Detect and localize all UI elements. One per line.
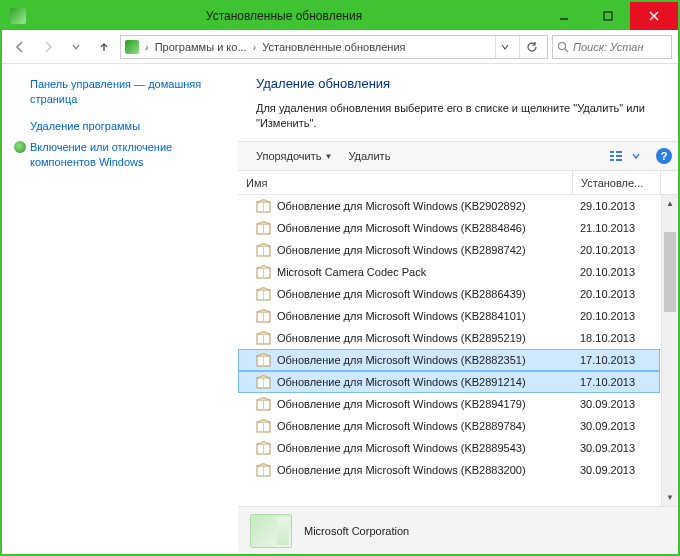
update-name: Обновление для Microsoft Windows (KB2898… <box>277 244 572 256</box>
sidebar: Панель управления — домашняя страница Уд… <box>2 64 238 554</box>
update-name: Обновление для Microsoft Windows (KB2884… <box>277 222 572 234</box>
address-icon <box>125 40 139 54</box>
update-name: Обновление для Microsoft Windows (KB2889… <box>277 420 572 432</box>
scroll-track[interactable] <box>662 212 678 489</box>
update-date: 20.10.2013 <box>572 244 660 256</box>
details-pane: Microsoft Corporation <box>238 506 678 554</box>
window: Установленные обновления › Программы и к… <box>0 0 680 556</box>
package-icon <box>256 353 271 368</box>
search-icon <box>557 41 569 53</box>
svg-rect-9 <box>616 151 622 153</box>
breadcrumb-segment[interactable]: Установленные обновления <box>262 41 405 53</box>
search-box[interactable] <box>552 35 672 59</box>
titlebar: Установленные обновления <box>2 2 678 30</box>
chevron-right-icon: › <box>253 41 257 53</box>
update-name: Обновление для Microsoft Windows (KB2884… <box>277 310 572 322</box>
scrollbar[interactable]: ▲ ▼ <box>661 195 678 506</box>
update-date: 20.10.2013 <box>572 266 660 278</box>
scroll-down-button[interactable]: ▼ <box>662 489 678 506</box>
update-name: Обновление для Microsoft Windows (KB2886… <box>277 288 572 300</box>
update-name: Обновление для Microsoft Windows (KB2894… <box>277 398 572 410</box>
update-date: 18.10.2013 <box>572 332 660 344</box>
column-scroll-spacer <box>660 171 678 194</box>
content-header: Удаление обновления Для удаления обновле… <box>238 64 678 141</box>
sidebar-link-label: Удаление программы <box>30 120 140 132</box>
update-date: 21.10.2013 <box>572 222 660 234</box>
list-item[interactable]: Обновление для Microsoft Windows (KB2889… <box>238 415 660 437</box>
update-date: 30.09.2013 <box>572 420 660 432</box>
update-date: 30.09.2013 <box>572 442 660 454</box>
update-date: 30.09.2013 <box>572 398 660 410</box>
page-description: Для удаления обновления выберите его в с… <box>256 101 662 131</box>
update-date: 20.10.2013 <box>572 288 660 300</box>
list-item[interactable]: Обновление для Microsoft Windows (KB2884… <box>238 305 660 327</box>
package-icon <box>256 375 271 390</box>
package-icon <box>256 441 271 456</box>
nav-back-button[interactable] <box>8 35 32 59</box>
uninstall-button[interactable]: Удалить <box>342 147 396 165</box>
update-date: 17.10.2013 <box>572 354 660 366</box>
scroll-up-button[interactable]: ▲ <box>662 195 678 212</box>
package-icon <box>256 243 271 258</box>
package-icon <box>256 199 271 214</box>
page-title: Удаление обновления <box>256 76 662 91</box>
package-icon <box>256 265 271 280</box>
update-name: Обновление для Microsoft Windows (KB2889… <box>277 442 572 454</box>
view-options-button[interactable] <box>608 148 624 164</box>
shield-icon <box>14 141 26 153</box>
refresh-button[interactable] <box>519 36 543 58</box>
update-name: Обновление для Microsoft Windows (KB2891… <box>277 376 572 388</box>
window-title: Установленные обновления <box>26 9 542 23</box>
search-input[interactable] <box>573 41 667 53</box>
list-item[interactable]: Обновление для Microsoft Windows (KB2902… <box>238 195 660 217</box>
list-item[interactable]: Обновление для Microsoft Windows (KB2894… <box>238 393 660 415</box>
chevron-right-icon: › <box>145 41 149 53</box>
svg-point-4 <box>559 42 566 49</box>
main-pane: Удаление обновления Для удаления обновле… <box>238 64 678 554</box>
sidebar-link-label: Панель управления — домашняя страница <box>30 78 201 105</box>
svg-rect-1 <box>604 12 612 20</box>
package-icon <box>256 287 271 302</box>
list-item[interactable]: Обновление для Microsoft Windows (KB2886… <box>238 283 660 305</box>
list-item[interactable]: Обновление для Microsoft Windows (KB2891… <box>238 371 660 393</box>
sidebar-link-control-panel-home[interactable]: Панель управления — домашняя страница <box>10 74 228 110</box>
maximize-button[interactable] <box>586 2 630 30</box>
list-item[interactable]: Обновление для Microsoft Windows (KB2882… <box>238 349 660 371</box>
svg-rect-10 <box>616 155 622 157</box>
package-icon <box>256 309 271 324</box>
update-date: 17.10.2013 <box>572 376 660 388</box>
list-item[interactable]: Обновление для Microsoft Windows (KB2889… <box>238 437 660 459</box>
sidebar-link-windows-features[interactable]: Включение или отключение компонентов Win… <box>10 137 228 173</box>
scroll-thumb[interactable] <box>664 232 676 312</box>
update-name: Обновление для Microsoft Windows (KB2883… <box>277 464 572 476</box>
nav-up-button[interactable] <box>92 35 116 59</box>
rows-viewport: Обновление для Microsoft Windows (KB2902… <box>238 195 678 506</box>
list-item[interactable]: Обновление для Microsoft Windows (KB2895… <box>238 327 660 349</box>
body: Панель управления — домашняя страница Уд… <box>2 64 678 554</box>
list-item[interactable]: Microsoft Camera Codec Pack20.10.2013 <box>238 261 660 283</box>
svg-line-5 <box>565 49 568 52</box>
organize-button[interactable]: Упорядочить ▼ <box>250 147 338 165</box>
list-item[interactable]: Обновление для Microsoft Windows (KB2883… <box>238 459 660 481</box>
update-date: 20.10.2013 <box>572 310 660 322</box>
sidebar-link-uninstall-program[interactable]: Удаление программы <box>10 116 228 137</box>
column-name[interactable]: Имя <box>238 171 572 194</box>
list-item[interactable]: Обновление для Microsoft Windows (KB2884… <box>238 217 660 239</box>
address-bar[interactable]: › Программы и ко... › Установленные обно… <box>120 35 548 59</box>
update-name: Обновление для Microsoft Windows (KB2902… <box>277 200 572 212</box>
toolbar: Упорядочить ▼ Удалить ? <box>238 141 678 171</box>
column-installed-on[interactable]: Установле... <box>572 171 660 194</box>
breadcrumb-segment[interactable]: Программы и ко... <box>155 41 247 53</box>
sidebar-link-label: Включение или отключение компонентов Win… <box>30 141 172 168</box>
view-dropdown-button[interactable] <box>628 148 644 164</box>
address-dropdown-button[interactable] <box>495 36 513 58</box>
minimize-button[interactable] <box>542 2 586 30</box>
publisher-icon <box>250 514 292 548</box>
list-item[interactable]: Обновление для Microsoft Windows (KB2898… <box>238 239 660 261</box>
updates-list: Имя Установле... Обновление для Microsof… <box>238 171 678 506</box>
close-button[interactable] <box>630 2 678 30</box>
navbar: › Программы и ко... › Установленные обно… <box>2 30 678 64</box>
nav-forward-button[interactable] <box>36 35 60 59</box>
help-button[interactable]: ? <box>656 148 672 164</box>
nav-history-button[interactable] <box>64 35 88 59</box>
